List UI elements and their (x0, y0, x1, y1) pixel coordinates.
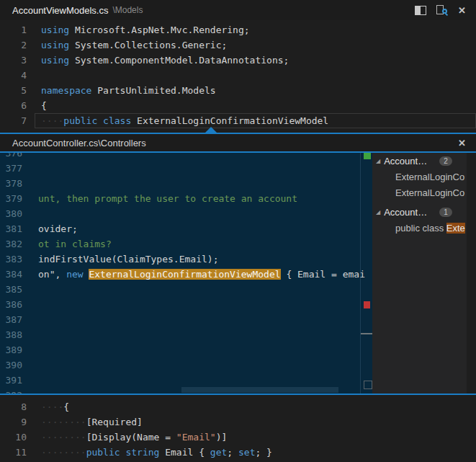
line-number: 377 (0, 161, 22, 176)
code-line-9[interactable]: 9········[Required] (0, 414, 476, 430)
code-text: on", new ExternalLoginConfirmationViewMo… (22, 267, 365, 282)
reference-item[interactable]: public class Exte (372, 220, 476, 236)
code-text: using System.Collections.Generic; (27, 37, 227, 53)
vscode-window: AccountViewModels.cs \Models ✕ 1using Mi… (0, 0, 476, 462)
split-editor-icon[interactable] (415, 6, 426, 15)
peek-close-icon[interactable]: ✕ (458, 138, 466, 148)
code-text: ········[Required] (27, 414, 143, 430)
code-line-11[interactable]: 11········public string Email { get; set… (0, 445, 476, 460)
twistie-expanded-icon[interactable]: ◢ (376, 158, 380, 164)
code-line-8[interactable]: 8····{ (0, 399, 476, 414)
code-line-391[interactable]: 391 (0, 373, 372, 388)
code-text (22, 206, 38, 221)
line-number: 2 (0, 37, 27, 53)
code-text: ····{ (27, 399, 69, 414)
overview-ruler-red-marker (364, 301, 370, 308)
code-line-10[interactable]: 10········[Display(Name = "Email")] (0, 430, 476, 445)
code-text (22, 153, 38, 161)
code-text (22, 161, 38, 176)
code-line-1[interactable]: 1using Microsoft.AspNet.Mvc.Rendering; (0, 22, 476, 37)
line-number: 11 (0, 445, 27, 460)
line-number: 381 (0, 221, 22, 236)
reference-item[interactable]: ExternalLoginCo (372, 169, 476, 185)
peek-header: AccountController.cs \Controllers ✕ (0, 134, 476, 151)
line-number: 388 (0, 327, 22, 342)
line-number: 1 (0, 22, 27, 37)
code-line-5[interactable]: 5namespace PartsUnlimited.Models (0, 83, 476, 98)
peek-references-panel: ◢Account…2ExternalLoginCoExternalLoginCo… (372, 153, 476, 394)
line-number: 380 (0, 206, 22, 221)
code-line-376[interactable]: 376 (0, 153, 372, 161)
code-line-381[interactable]: 381ovider; (0, 221, 372, 236)
editor-top[interactable]: 1using Microsoft.AspNet.Mvc.Rendering;2u… (0, 20, 476, 133)
reference-file-group[interactable]: ◢Account…1 (372, 204, 476, 220)
peek-bottom-border (0, 394, 476, 395)
code-line-385[interactable]: 385 (0, 282, 372, 297)
code-line-4[interactable]: 4 (0, 68, 476, 83)
code-line-386[interactable]: 386 (0, 297, 372, 312)
code-line-389[interactable]: 389 (0, 342, 372, 357)
code-line-6[interactable]: 6{ (0, 98, 476, 113)
reference-file-label: Account… (384, 156, 427, 166)
code-text (22, 373, 38, 388)
code-text: ········[Display(Name = "Email")] (27, 430, 227, 445)
code-line-384[interactable]: 384on", new ExternalLoginConfirmationVie… (0, 267, 372, 282)
overview-ruler-green-marker (364, 153, 371, 159)
code-text: ····public class ExternalLoginConfirmati… (27, 113, 328, 128)
overview-ruler-gray-marker (361, 333, 372, 334)
references-scrollbar-track[interactable] (467, 153, 476, 394)
editor-actions: ✕ (415, 5, 476, 15)
code-line-7[interactable]: 7····public class ExternalLoginConfirmat… (0, 113, 476, 128)
line-number: 5 (0, 83, 27, 98)
peek-body: 376377378379unt, then prompt the user to… (0, 153, 476, 394)
peek-arrow (205, 127, 217, 133)
code-line-378[interactable]: 378 (0, 176, 372, 191)
line-number: 378 (0, 176, 22, 191)
indent-guide (360, 153, 361, 394)
code-line-379[interactable]: 379unt, then prompt the user to create a… (0, 191, 372, 206)
code-text: ovider; (22, 221, 78, 236)
code-line-382[interactable]: 382ot in claims? (0, 236, 372, 252)
reference-file-group[interactable]: ◢Account…2 (372, 153, 476, 169)
code-line-3[interactable]: 3using System.ComponentModel.DataAnnotat… (0, 53, 476, 68)
code-line-380[interactable]: 380 (0, 206, 372, 221)
horizontal-scrollbar-thumb[interactable] (181, 387, 338, 393)
line-number: 9 (0, 414, 27, 430)
line-number: 376 (0, 153, 22, 161)
code-line-383[interactable]: 383indFirstValue(ClaimTypes.Email); (0, 252, 372, 267)
code-text: { (27, 98, 47, 113)
code-line-2[interactable]: 2using System.Collections.Generic; (0, 37, 476, 53)
line-number: 3 (0, 53, 27, 68)
code-line-388[interactable]: 388 (0, 327, 372, 342)
line-number: 4 (0, 68, 27, 83)
editor-bottom[interactable]: 8····{9········[Required]10········[Disp… (0, 395, 476, 462)
line-number: 390 (0, 357, 22, 373)
line-number: 6 (0, 98, 27, 113)
close-editor-icon[interactable]: ✕ (458, 6, 466, 15)
line-number: 385 (0, 282, 22, 297)
code-text: using System.ComponentModel.DataAnnotati… (27, 53, 289, 68)
reference-item[interactable]: ExternalLoginCo (372, 185, 476, 200)
peek-file-path: \Controllers (98, 138, 145, 148)
line-number: 391 (0, 373, 22, 388)
code-text (22, 327, 38, 342)
peek-file-title: AccountController.cs (12, 138, 98, 148)
peek-top-border (0, 133, 476, 134)
code-line-377[interactable]: 377 (0, 161, 372, 176)
line-number: 384 (0, 267, 22, 282)
code-line-390[interactable]: 390 (0, 357, 372, 373)
open-preview-icon[interactable] (436, 5, 448, 15)
code-text: unt, then prompt the user to create an a… (22, 191, 297, 206)
line-number: 392 (0, 388, 22, 394)
code-text: indFirstValue(ClaimTypes.Email); (22, 252, 218, 267)
code-text (22, 342, 38, 357)
code-text (22, 357, 38, 373)
code-text (22, 297, 38, 312)
line-number: 8 (0, 399, 27, 414)
twistie-expanded-icon[interactable]: ◢ (376, 209, 380, 216)
code-text: ot in claims? (22, 236, 112, 252)
peek-editor[interactable]: 376377378379unt, then prompt the user to… (0, 153, 372, 394)
code-line-387[interactable]: 387 (0, 312, 372, 327)
code-text (22, 312, 38, 327)
peek-header-divider (0, 151, 476, 153)
